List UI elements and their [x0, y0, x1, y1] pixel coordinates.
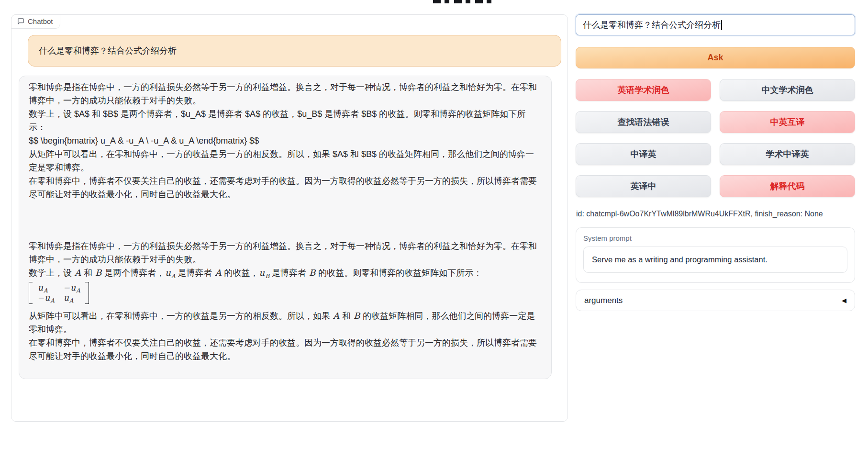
matrix-cell: −uA	[37, 293, 55, 303]
system-prompt-value: Serve me as a writing and programming as…	[592, 255, 768, 264]
matrix-cell: uA	[37, 283, 55, 293]
payoff-matrix: uA−uA−uAuA	[29, 282, 89, 304]
bot-message-paragraph: 数学上，设 A 和 B 是两个博弈者，uA 是博弈者 A 的收益，uB 是博弈者…	[29, 266, 539, 280]
user-message-text: 什么是零和博弈？结合公式介绍分析	[39, 45, 177, 56]
chatbot-label-text: Chatbot	[28, 17, 53, 25]
bot-message-paragraph: 从矩阵中可以看出，在零和博弈中，一方的收益是另一方的相反数。所以，如果 $A$ …	[29, 147, 539, 174]
payoff-matrix-line: uA−uA−uAuA	[29, 280, 539, 309]
bot-message-paragraph: 数学上，设 $A$ 和 $B$ 是两个博弈者，$u_A$ 是博弈者 $A$ 的收…	[29, 107, 539, 134]
system-prompt-panel: System prompt Serve me as a writing and …	[576, 227, 855, 283]
user-message-bubble: 什么是零和博弈？结合公式介绍分析	[28, 35, 561, 67]
academic-zh-to-en-button[interactable]: 学术中译英	[720, 143, 855, 165]
question-input-value: 什么是零和博弈？结合公式介绍分析	[583, 19, 721, 31]
chatbot-label: Chatbot	[11, 14, 60, 29]
paragraph-gap	[29, 201, 539, 239]
find-grammar-errors-button[interactable]: 查找语法错误	[576, 111, 711, 133]
ask-button[interactable]: Ask	[576, 47, 855, 68]
clipped-page-title	[433, 0, 496, 3]
bot-message-bubble: 零和博弈是指在博弈中，一方的利益损失必然等于另一方的利益增益。换言之，对于每一种…	[19, 76, 552, 379]
bot-message-paragraph: 在零和博弈中，博弈者不仅要关注自己的收益，还需要考虑对手的收益。因为一方取得的收…	[29, 174, 539, 201]
question-input[interactable]: 什么是零和博弈？结合公式介绍分析	[576, 14, 855, 35]
zh-to-en-translation-button[interactable]: 中译英	[576, 143, 711, 165]
chatbot-panel: Chatbot 什么是零和博弈？结合公式介绍分析 零和博弈是指在博弈中，一方的利…	[11, 14, 568, 422]
accordion-collapse-icon: ◀	[842, 297, 846, 304]
arguments-accordion[interactable]: arguments ◀	[576, 290, 855, 311]
bot-message-paragraph: 从矩阵中可以看出，在零和博弈中，一方的收益是另一方的相反数。所以，如果 A 和 …	[29, 309, 539, 336]
bot-message-paragraph: 在零和博弈中，博弈者不仅要关注自己的收益，还需要考虑对手的收益。因为一方取得的收…	[29, 336, 539, 363]
accordion-label: arguments	[584, 296, 623, 305]
matrix-cell: −uA	[63, 283, 80, 293]
matrix-cell: uA	[63, 293, 80, 303]
system-prompt-input[interactable]: Serve me as a writing and programming as…	[583, 247, 847, 273]
bot-message-paragraph: $$ \begin{bmatrix} u_A & -u_A \ -u_A & u…	[29, 134, 539, 147]
chinese-academic-polish-button[interactable]: 中文学术润色	[720, 79, 855, 101]
english-academic-polish-button[interactable]: 英语学术润色	[576, 79, 711, 101]
zh-en-mutual-translation-button[interactable]: 中英互译	[720, 111, 855, 133]
completion-status-text: id: chatcmpl-6wOo7KrYTwMl89lbrMWRu4UkFFX…	[576, 210, 823, 218]
quick-action-grid: 英语学术润色中文学术润色查找语法错误中英互译中译英学术中译英英译中解释代码	[576, 79, 855, 197]
chat-bubble-icon	[17, 18, 24, 25]
bot-message-paragraph: 零和博弈是指在博弈中，一方的利益损失必然等于另一方的利益增益。换言之，对于每一种…	[29, 80, 539, 107]
text-cursor	[721, 20, 722, 30]
system-prompt-label: System prompt	[583, 234, 847, 242]
en-to-zh-translation-button[interactable]: 英译中	[576, 175, 711, 197]
explain-code-button[interactable]: 解释代码	[720, 175, 855, 197]
bot-message-paragraph: 零和博弈是指在博弈中，一方的利益损失必然等于另一方的利益增益。换言之，对于每一种…	[29, 239, 539, 266]
